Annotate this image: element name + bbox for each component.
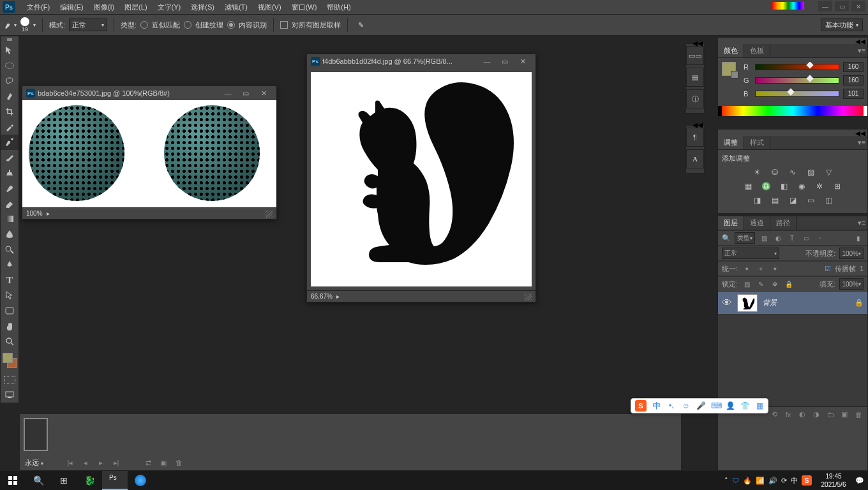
layer-mask-icon[interactable]: ◐	[797, 410, 807, 419]
color-swatches[interactable]	[1, 352, 19, 372]
layer-group-icon[interactable]: 🗀	[825, 411, 835, 419]
lock-pixel-icon[interactable]: ✎	[756, 281, 766, 288]
lock-all-icon[interactable]: 🔒	[784, 281, 794, 288]
brush-preset-picker[interactable]: 19	[20, 17, 29, 33]
tray-shield-icon[interactable]: 🛡	[732, 477, 739, 484]
filter-toggle[interactable]: ▮	[853, 235, 864, 242]
color-spectrum[interactable]	[718, 106, 867, 116]
swatches-tab[interactable]: 色板	[744, 44, 770, 57]
tools-handle[interactable]	[1, 36, 19, 43]
hue-icon[interactable]: ▦	[742, 181, 754, 191]
radio-create-texture[interactable]	[184, 21, 191, 29]
doc2-titlebar[interactable]: Ps f4db6abbb1d02f4d.jpg @ 66.7%(RGB/8...…	[307, 54, 535, 68]
opacity-input[interactable]: 100%▾	[839, 248, 864, 259]
resize-grip[interactable]	[524, 293, 532, 301]
brush-tool[interactable]	[1, 150, 19, 165]
curves-icon[interactable]: ∿	[787, 167, 798, 177]
layer-list[interactable]: 👁 背景 🔒	[718, 292, 867, 406]
dock-history-icon[interactable]: ▭▭	[686, 46, 704, 65]
pen-tool[interactable]	[1, 257, 19, 272]
lock-trans-icon[interactable]: ▧	[742, 281, 752, 288]
dock-paragraph-icon[interactable]: A	[686, 149, 704, 168]
panel-menu-icon[interactable]: ▾≡	[856, 136, 867, 149]
menu-select[interactable]: 选择(S)	[186, 0, 220, 14]
menu-layer[interactable]: 图层(L)	[119, 0, 152, 14]
layer-thumbnail[interactable]	[737, 294, 758, 312]
b-input[interactable]: 101	[843, 89, 864, 99]
quick-selection-tool[interactable]	[1, 89, 19, 104]
window-restore-button[interactable]: ▭	[835, 1, 849, 11]
tray-notifications-icon[interactable]: 💬	[855, 477, 864, 485]
doc1-titlebar[interactable]: Ps bdab6ce34e753001.jpg @ 100%(RGB/8#) —…	[22, 86, 276, 100]
ime-voice-icon[interactable]: 🎤	[696, 401, 705, 410]
tray-sogou-icon[interactable]: S	[802, 475, 812, 486]
lasso-tool[interactable]	[1, 73, 19, 89]
radio-approx-match[interactable]	[140, 21, 148, 29]
lock-pos-icon[interactable]: ✥	[770, 281, 780, 288]
tray-app-icon[interactable]: 🔥	[743, 477, 752, 485]
dodge-tool[interactable]	[1, 242, 19, 257]
shape-tool[interactable]	[1, 303, 19, 318]
ime-toolbox-icon[interactable]: ▦	[755, 401, 764, 410]
menu-help[interactable]: 帮助(H)	[322, 0, 355, 14]
menu-filter[interactable]: 滤镜(T)	[220, 0, 253, 14]
brightness-icon[interactable]: ☀	[751, 167, 763, 177]
doc-info-icon[interactable]: ▸	[47, 210, 50, 217]
dock-actions-icon[interactable]: ▤	[686, 68, 704, 87]
hand-tool[interactable]	[1, 318, 19, 334]
panel-handle[interactable]: ◂◂	[718, 38, 867, 44]
blur-tool[interactable]	[1, 226, 19, 242]
prev-frame-button[interactable]: ◂	[80, 459, 91, 467]
start-button[interactable]	[0, 471, 26, 490]
loop-label[interactable]: 永远 ▾	[25, 458, 43, 468]
new-layer-icon[interactable]: ▣	[839, 410, 849, 419]
menu-type[interactable]: 文字(Y)	[153, 0, 186, 14]
ime-punct-icon[interactable]: •،	[667, 401, 676, 410]
tray-wifi-icon[interactable]: 📶	[756, 477, 765, 485]
taskbar-app-1[interactable]: 🐉	[77, 471, 102, 490]
first-frame-button[interactable]: |◂	[64, 459, 76, 467]
unify-vis-icon[interactable]: ✧	[756, 265, 766, 272]
exposure-icon[interactable]: ▨	[805, 167, 816, 177]
ime-emoji-icon[interactable]: ☺	[682, 401, 691, 410]
menu-edit[interactable]: 编辑(E)	[55, 0, 89, 14]
blend-mode-select[interactable]: 正常▾	[722, 248, 779, 259]
photofilter-icon[interactable]: ◉	[796, 181, 807, 191]
adjustments-tab[interactable]: 调整	[718, 136, 744, 149]
workspace-switcher[interactable]: 基本功能▾	[821, 19, 863, 31]
tool-preset-picker[interactable]: ▾	[4, 19, 17, 31]
tray-clock[interactable]: 19:45 2021/5/6	[816, 472, 851, 489]
sample-all-checkbox[interactable]	[280, 21, 288, 29]
move-tool[interactable]	[1, 43, 19, 58]
zoom-tool[interactable]	[1, 334, 19, 349]
doc1-close-button[interactable]: ✕	[255, 87, 273, 99]
menu-window[interactable]: 窗口(W)	[287, 0, 322, 14]
filter-shape-icon[interactable]: ▭	[801, 235, 811, 242]
spot-healing-tool[interactable]	[1, 135, 19, 150]
lookup-icon[interactable]: ⊞	[832, 181, 843, 191]
unify-pos-icon[interactable]: ✦	[742, 265, 752, 272]
styles-tab[interactable]: 样式	[744, 136, 770, 149]
gradmap-icon[interactable]: ▭	[805, 195, 816, 205]
r-input[interactable]: 160	[843, 62, 864, 72]
fill-input[interactable]: 100%▾	[839, 278, 864, 290]
layer-fx-icon[interactable]: fx	[783, 411, 793, 419]
screen-mode-tool[interactable]	[1, 387, 19, 403]
path-selection-tool[interactable]	[1, 288, 19, 303]
pressure-icon[interactable]: ✎	[354, 19, 367, 31]
window-close-button[interactable]: ✕	[851, 1, 865, 11]
delete-frame-button[interactable]: 🗑	[173, 459, 184, 466]
dock-handle[interactable]: ◂◂	[685, 119, 705, 125]
mixer-icon[interactable]: ✲	[814, 181, 825, 191]
crop-tool[interactable]	[1, 104, 19, 119]
menu-file[interactable]: 文件(F)	[22, 0, 55, 14]
channels-tab[interactable]: 通道	[744, 216, 770, 230]
layer-name[interactable]: 背景	[763, 298, 777, 308]
doc-info-icon[interactable]: ▸	[336, 293, 340, 300]
r-slider[interactable]	[755, 64, 839, 70]
play-button[interactable]: ▸	[95, 459, 107, 467]
doc2-zoom[interactable]: 66.67%	[311, 293, 333, 300]
eraser-tool[interactable]	[1, 196, 19, 211]
vibrance-icon[interactable]: ▽	[823, 167, 834, 177]
ime-skin-icon[interactable]: 👕	[740, 401, 749, 410]
